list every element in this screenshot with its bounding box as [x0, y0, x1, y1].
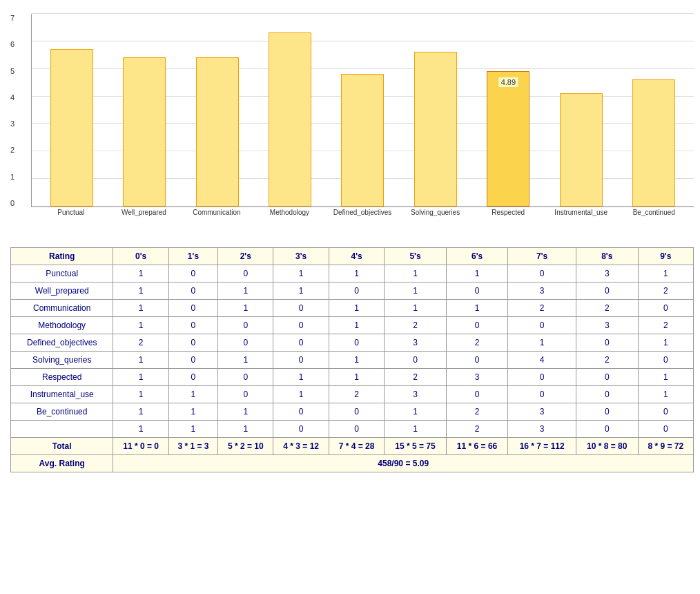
- col-header-9: 8's: [576, 248, 639, 265]
- cell-6-6: 3: [446, 369, 508, 386]
- cell-3-8: 3: [576, 317, 639, 334]
- cell-8-1: 1: [168, 403, 217, 421]
- cell-3-1: 0: [168, 317, 217, 334]
- col-header-3: 2's: [218, 248, 273, 265]
- table-row: Communication1010111220: [11, 300, 694, 317]
- avg-row: Avg. Rating458/90 = 5.09: [11, 455, 694, 472]
- bar-Solving_queries: [399, 14, 471, 207]
- cell-0-3: 1: [273, 265, 329, 282]
- bar-Well_prepared: [108, 14, 180, 207]
- cell-0-6: 1: [446, 265, 508, 282]
- cell-2-7: 2: [508, 300, 576, 317]
- cell-5-0: 1: [113, 352, 168, 369]
- cell-0-4: 1: [329, 265, 384, 282]
- total-cell-5: 15 * 5 = 75: [385, 438, 447, 455]
- cell-7-4: 2: [329, 386, 384, 403]
- y-label-1: 1: [10, 173, 14, 181]
- cell-1-5: 1: [385, 282, 447, 300]
- col-header-4: 3's: [273, 248, 329, 265]
- cell-5-3: 0: [273, 352, 329, 369]
- x-label-Well_prepared: Well_prepared: [108, 209, 181, 216]
- x-label-Respected: Respected: [471, 209, 545, 216]
- cell-3-0: 1: [113, 317, 168, 334]
- cell-8-0: 1: [113, 403, 168, 421]
- total-cell-6: 11 * 6 = 66: [446, 438, 508, 455]
- col-header-2: 1's: [168, 248, 217, 265]
- bar-Instrumental_use: [545, 14, 617, 207]
- cell-9-9: 0: [638, 421, 693, 438]
- cell-0-5: 1: [385, 265, 447, 282]
- cell-9-7: 3: [508, 421, 576, 438]
- cell-8-7: 3: [508, 403, 576, 421]
- data-table: Rating0's1's2's3's4's5's6's7's8's9's Pun…: [10, 247, 694, 472]
- table-row: Well_prepared1011010302: [11, 282, 694, 300]
- bar-Be_continued: [618, 14, 690, 207]
- cell-6-2: 0: [218, 369, 273, 386]
- cell-3-4: 1: [329, 317, 384, 334]
- x-label-Methodology: Methodology: [253, 209, 327, 216]
- table-row: 1110012300: [11, 421, 694, 438]
- cell-9-5: 1: [385, 421, 447, 438]
- row-label-9: [11, 421, 113, 438]
- cell-6-3: 1: [273, 369, 329, 386]
- cell-3-9: 2: [638, 317, 693, 334]
- row-label-0: Punctual: [11, 265, 113, 282]
- cell-3-7: 0: [508, 317, 576, 334]
- cell-2-0: 1: [113, 300, 168, 317]
- cell-0-7: 0: [508, 265, 576, 282]
- col-header-7: 6's: [446, 248, 508, 265]
- x-label-Punctual: Punctual: [35, 209, 108, 216]
- data-table-container: Rating0's1's2's3's4's5's6's7's8's9's Pun…: [10, 247, 694, 472]
- col-header-10: 9's: [638, 248, 693, 265]
- table-row: Methodology1000120032: [11, 317, 694, 334]
- table-row: Punctual1001111031: [11, 265, 694, 282]
- cell-0-9: 1: [638, 265, 693, 282]
- row-label-2: Communication: [11, 300, 113, 317]
- cell-7-7: 0: [508, 386, 576, 403]
- x-label-Solving_queries: Solving_queries: [399, 209, 472, 216]
- cell-3-3: 0: [273, 317, 329, 334]
- row-label-3: Methodology: [11, 317, 113, 334]
- cell-9-6: 2: [446, 421, 508, 438]
- cell-6-7: 0: [508, 369, 576, 386]
- cell-5-7: 4: [508, 352, 576, 369]
- cell-1-9: 2: [638, 282, 693, 300]
- cell-4-5: 3: [385, 334, 447, 352]
- cell-6-5: 2: [385, 369, 447, 386]
- total-row: Total11 * 0 = 03 * 1 = 35 * 2 = 104 * 3 …: [11, 438, 694, 455]
- cell-6-9: 1: [638, 369, 693, 386]
- row-label-4: Defined_objectives: [11, 334, 113, 352]
- cell-5-8: 2: [576, 352, 639, 369]
- cell-6-4: 1: [329, 369, 384, 386]
- total-label: Total: [11, 438, 113, 455]
- row-label-5: Solving_queries: [11, 352, 113, 369]
- avg-value: 458/90 = 5.09: [113, 455, 694, 472]
- cell-5-9: 0: [638, 352, 693, 369]
- cell-9-0: 1: [113, 421, 168, 438]
- cell-1-6: 0: [446, 282, 508, 300]
- y-label-3: 3: [10, 119, 14, 128]
- row-label-8: Be_continued: [11, 403, 113, 421]
- x-label-Defined_objectives: Defined_objectives: [326, 209, 399, 216]
- cell-7-1: 1: [168, 386, 217, 403]
- cell-1-2: 1: [218, 282, 273, 300]
- table-row: Be_continued1110012300: [11, 403, 694, 421]
- cell-0-2: 0: [218, 265, 273, 282]
- cell-1-8: 0: [576, 282, 639, 300]
- cell-4-1: 0: [168, 334, 217, 352]
- cell-6-8: 0: [576, 369, 639, 386]
- col-header-0: Rating: [11, 248, 113, 265]
- cell-7-9: 1: [638, 386, 693, 403]
- cell-4-2: 0: [218, 334, 273, 352]
- cell-4-9: 1: [638, 334, 693, 352]
- cell-7-8: 0: [576, 386, 639, 403]
- bar-Methodology: [253, 14, 326, 207]
- total-cell-2: 5 * 2 = 10: [218, 438, 273, 455]
- bar-Punctual: [35, 14, 108, 207]
- total-cell-9: 8 * 9 = 72: [638, 438, 693, 455]
- cell-9-1: 1: [168, 421, 217, 438]
- cell-1-0: 1: [113, 282, 168, 300]
- col-header-5: 4's: [329, 248, 384, 265]
- y-label-0: 0: [10, 199, 14, 207]
- y-label-2: 2: [10, 146, 14, 154]
